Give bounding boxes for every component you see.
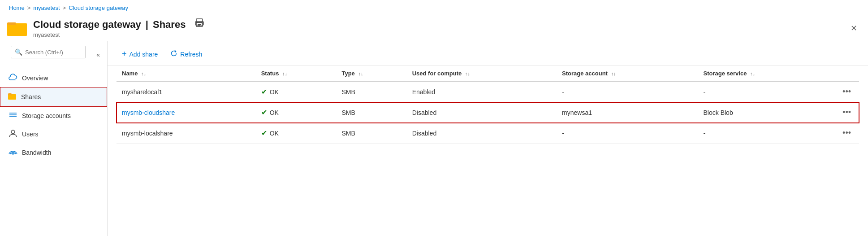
add-icon: +	[122, 49, 127, 59]
cell-used-for-compute: Enabled	[407, 82, 557, 102]
breadcrumb-sep1: >	[27, 4, 31, 11]
col-name[interactable]: Name ↑↓	[117, 66, 256, 82]
folder-icon	[7, 20, 27, 37]
cell-more-actions: •••	[834, 102, 859, 123]
sidebar-item-shares[interactable]: Shares	[0, 87, 107, 107]
cell-more-actions: •••	[834, 82, 859, 102]
breadcrumb-home[interactable]: Home	[9, 4, 25, 11]
col-name-sort[interactable]: ↑↓	[141, 71, 146, 76]
breadcrumb-myasetest[interactable]: myasetest	[33, 4, 60, 11]
bandwidth-icon	[9, 148, 17, 157]
main-layout: 🔍 « Overview	[0, 41, 868, 236]
add-share-button[interactable]: + Add share	[117, 47, 163, 61]
col-compute[interactable]: Used for compute ↑↓	[407, 66, 557, 82]
more-actions-button[interactable]: •••	[840, 86, 854, 97]
col-type[interactable]: Type ↑↓	[336, 66, 406, 82]
page-header: Cloud storage gateway | Shares	[0, 16, 868, 41]
cell-type: SMB	[336, 123, 406, 144]
cell-used-for-compute: Disabled	[407, 102, 557, 123]
cell-more-actions: •••	[834, 123, 859, 144]
add-share-label: Add share	[130, 51, 158, 58]
sidebar-item-bandwidth-label: Bandwidth	[22, 149, 51, 156]
print-icon[interactable]	[194, 18, 204, 31]
close-button[interactable]: ✕	[849, 22, 859, 35]
users-icon	[9, 129, 17, 139]
table-row[interactable]: mysharelocal1✔OKSMBEnabled--•••	[117, 82, 859, 102]
header-title-main: Cloud storage gateway | Shares	[33, 18, 204, 31]
cell-name: mysharelocal1	[117, 82, 256, 102]
cell-storage-account: mynewsa1	[557, 102, 698, 123]
svg-rect-2	[7, 23, 27, 36]
col-storage-account-label: Storage account	[562, 70, 608, 77]
collapse-button[interactable]: «	[95, 50, 102, 59]
cell-type: SMB	[336, 102, 406, 123]
refresh-button[interactable]: Refresh	[165, 47, 207, 61]
status-ok-icon: ✔	[261, 87, 267, 96]
cell-storage-account: -	[557, 123, 698, 144]
col-storage-account[interactable]: Storage account ↑↓	[557, 66, 698, 82]
status-ok-icon: ✔	[261, 129, 267, 137]
sidebar-item-overview-label: Overview	[22, 74, 48, 82]
col-compute-sort[interactable]: ↑↓	[465, 71, 470, 76]
refresh-icon	[170, 50, 177, 59]
sidebar-item-overview[interactable]: Overview	[0, 69, 107, 87]
status-label: OK	[270, 130, 279, 137]
sidebar-item-users-label: Users	[22, 131, 39, 138]
cell-status: ✔OK	[256, 82, 337, 102]
more-actions-button[interactable]: •••	[840, 127, 854, 139]
cell-status: ✔OK	[256, 123, 337, 144]
svg-rect-4	[196, 19, 203, 22]
col-status-sort[interactable]: ↑↓	[282, 71, 287, 76]
breadcrumb-sep2: >	[63, 4, 66, 11]
status-label: OK	[270, 88, 279, 96]
breadcrumb: Home > myasetest > Cloud storage gateway	[0, 0, 868, 16]
cell-status: ✔OK	[256, 102, 337, 123]
shares-folder-icon	[8, 92, 17, 102]
col-storage-account-sort[interactable]: ↑↓	[611, 71, 616, 76]
sidebar-item-shares-label: Shares	[21, 93, 41, 101]
cell-name: mysmb-cloudshare	[117, 102, 256, 123]
col-type-sort[interactable]: ↑↓	[358, 71, 363, 76]
cell-storage-service: -	[698, 123, 835, 144]
search-box[interactable]: 🔍	[11, 46, 86, 58]
col-compute-label: Used for compute	[412, 70, 462, 77]
svg-point-15	[11, 130, 15, 134]
search-input[interactable]	[25, 49, 82, 56]
svg-rect-11	[8, 93, 12, 95]
sidebar-item-storage-accounts[interactable]: Storage accounts	[0, 107, 107, 125]
col-storage-service-sort[interactable]: ↑↓	[750, 71, 755, 76]
table-header-row: Name ↑↓ Status ↑↓ Type ↑↓	[117, 66, 859, 82]
shares-table-container: Name ↑↓ Status ↑↓ Type ↑↓	[108, 66, 868, 236]
col-status[interactable]: Status ↑↓	[256, 66, 337, 82]
sidebar-item-storage-accounts-label: Storage accounts	[22, 112, 71, 119]
refresh-label: Refresh	[180, 51, 202, 58]
breadcrumb-current[interactable]: Cloud storage gateway	[69, 4, 128, 11]
cell-name: mysmb-localshare	[117, 123, 256, 144]
cell-type: SMB	[336, 82, 406, 102]
cell-storage-account: -	[557, 82, 698, 102]
col-storage-service[interactable]: Storage service ↑↓	[698, 66, 835, 82]
header-resource-name: Cloud storage gateway	[33, 19, 141, 31]
col-storage-service-label: Storage service	[704, 70, 747, 77]
content-area: + Add share Refresh	[108, 41, 868, 236]
header-title-container: Cloud storage gateway | Shares	[33, 18, 204, 38]
status-ok-icon: ✔	[261, 108, 267, 117]
svg-rect-3	[8, 23, 16, 25]
svg-rect-7	[198, 26, 200, 26]
more-actions-button[interactable]: •••	[840, 107, 854, 118]
search-icon: 🔍	[15, 48, 22, 56]
table-row[interactable]: mysmb-localshare✔OKSMBDisabled--•••	[117, 123, 859, 144]
cloud-icon	[9, 74, 17, 83]
sidebar-item-bandwidth[interactable]: Bandwidth	[0, 144, 107, 162]
header-separator: |	[146, 19, 148, 31]
header-subtitle: myasetest	[33, 31, 204, 38]
col-name-label: Name	[122, 70, 138, 77]
shares-table: Name ↑↓ Status ↑↓ Type ↑↓	[117, 66, 859, 144]
cell-used-for-compute: Disabled	[407, 123, 557, 144]
table-row[interactable]: mysmb-cloudshare✔OKSMBDisabledmynewsa1Bl…	[117, 102, 859, 123]
sidebar-item-users[interactable]: Users	[0, 125, 107, 144]
status-label: OK	[270, 109, 279, 116]
col-type-label: Type	[341, 70, 354, 77]
cell-storage-service: Block Blob	[698, 102, 835, 123]
col-status-label: Status	[261, 70, 279, 77]
